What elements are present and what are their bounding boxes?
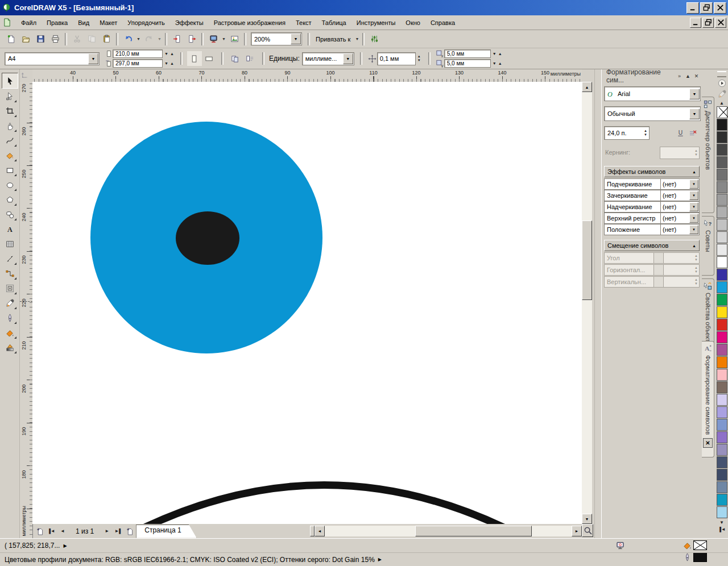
font-style-combo[interactable]: Обычный ▼ — [604, 106, 701, 121]
last-page-button[interactable]: ►▌ — [113, 526, 123, 536]
paper-width-field[interactable]: 210,0 мм — [113, 49, 163, 58]
color-swatch[interactable] — [717, 469, 727, 481]
rectangle-tool[interactable] — [2, 163, 18, 177]
effects-section-header[interactable]: Эффекты символов ▲ — [604, 166, 700, 177]
docker-tab[interactable]: ? Советы — [702, 216, 714, 276]
chevron-down-icon[interactable]: ▼ — [689, 202, 698, 211]
nudge-spinner[interactable]: ▲▼ — [416, 55, 423, 63]
underline-button[interactable]: U — [675, 127, 686, 139]
color-swatch[interactable] — [717, 344, 727, 356]
menu-item[interactable]: Файл — [16, 17, 42, 28]
color-swatch[interactable] — [717, 206, 727, 218]
duplicate-x-spinner[interactable]: ▼▲ — [491, 52, 504, 56]
application-launcher-button[interactable] — [206, 32, 221, 47]
new-document-button[interactable] — [3, 32, 18, 47]
restore-button[interactable] — [700, 2, 713, 14]
paper-width-spinner[interactable]: ▼▲ — [163, 52, 176, 56]
palette-expand-button[interactable]: ▐◄ — [718, 527, 726, 532]
effect-value-combo[interactable]: (нет) ▼ — [661, 224, 700, 235]
expand-triangle-icon[interactable]: ▶ — [63, 543, 67, 548]
paste-button[interactable] — [99, 32, 114, 47]
fill-none-swatch[interactable] — [693, 540, 707, 550]
scroll-up-button[interactable]: ▲ — [582, 82, 592, 92]
color-swatch[interactable] — [717, 306, 727, 318]
menu-item[interactable]: Растровые изображения — [209, 17, 291, 28]
menu-item[interactable]: Вид — [73, 17, 94, 28]
color-swatch[interactable] — [717, 106, 727, 118]
shift-section-header[interactable]: Смещение символов ▲ — [604, 240, 700, 251]
scroll-down-button[interactable]: ▼ — [582, 514, 592, 524]
font-size-field[interactable]: 24,0 п. ▲▼ — [604, 126, 650, 140]
freehand-tool[interactable] — [2, 133, 18, 148]
color-swatch[interactable] — [717, 119, 727, 131]
color-swatch[interactable] — [717, 406, 727, 418]
effect-value-combo[interactable]: (нет) ▼ — [661, 190, 700, 201]
vertical-scroll-thumb[interactable] — [582, 220, 592, 300]
current-page-button[interactable] — [243, 51, 258, 66]
menu-item[interactable]: Справка — [425, 17, 460, 28]
docker-tab-close-button[interactable]: ✕ — [703, 438, 713, 448]
color-swatch[interactable] — [717, 319, 727, 331]
chevron-down-icon[interactable]: ▼ — [689, 191, 698, 200]
nudge-offset-field[interactable]: 0,1 мм — [377, 52, 416, 65]
expand-triangle-icon[interactable]: ▶ — [378, 557, 382, 562]
menu-item[interactable]: Таблица — [317, 17, 351, 28]
first-page-button[interactable]: ▐◄ — [46, 526, 56, 536]
color-swatch[interactable] — [717, 381, 727, 393]
undo-dropdown[interactable]: ▼ — [135, 33, 142, 45]
palette-flyout-button[interactable] — [717, 78, 727, 88]
black-ellipse-shape[interactable] — [176, 211, 239, 265]
duplicate-x-field[interactable]: 5,0 мм — [444, 49, 491, 58]
menu-item[interactable]: Текст — [291, 17, 317, 28]
doc-restore-button[interactable] — [702, 18, 714, 28]
basic-shapes-tool[interactable] — [2, 207, 18, 222]
color-swatch[interactable] — [717, 269, 727, 281]
chevron-down-icon[interactable]: ▼ — [689, 225, 698, 234]
color-swatch[interactable] — [717, 281, 727, 293]
docker-tab[interactable]: Диспетчер объектов — [702, 97, 714, 213]
interactive-fill-tool[interactable] — [2, 340, 18, 355]
document-navigator-button[interactable] — [582, 524, 593, 537]
next-page-button[interactable]: ► — [102, 526, 112, 536]
units-combo[interactable]: миллиме... ▼ — [302, 52, 354, 65]
palette-drag-handle[interactable] — [717, 71, 726, 77]
ruler-origin[interactable] — [20, 69, 33, 82]
welcome-screen-button[interactable] — [227, 32, 242, 47]
chevron-down-icon[interactable]: ▼ — [689, 180, 698, 189]
snap-to-dropdown[interactable]: ▼ — [354, 33, 360, 45]
docker-tab[interactable]: A Форматирование символов ✕ — [702, 341, 714, 457]
scroll-left-button[interactable]: ◄ — [315, 526, 325, 536]
all-pages-button[interactable] — [228, 51, 243, 66]
contour-tool[interactable] — [2, 281, 18, 296]
dimension-tool[interactable] — [2, 251, 18, 266]
connector-tool[interactable] — [2, 266, 18, 281]
effect-value-combo[interactable]: (нет) ▼ — [661, 201, 700, 213]
palette-scroll-up[interactable]: ▲ — [719, 101, 724, 106]
save-button[interactable] — [33, 32, 48, 47]
color-swatch[interactable] — [717, 456, 727, 468]
color-swatch[interactable] — [717, 131, 727, 143]
crop-tool[interactable] — [2, 103, 18, 118]
paper-preset-combo[interactable]: A4 ▼ — [5, 52, 100, 65]
export-button[interactable] — [184, 32, 199, 47]
color-swatch[interactable] — [717, 444, 727, 456]
options-button[interactable] — [367, 32, 382, 47]
color-swatch[interactable] — [717, 256, 727, 268]
zoom-level-combo[interactable]: 200% ▼ — [251, 32, 302, 45]
open-button[interactable] — [18, 32, 33, 47]
scrollbar-splitter-handle[interactable] — [310, 526, 315, 536]
color-swatch[interactable] — [717, 481, 727, 493]
color-swatch[interactable] — [717, 394, 727, 406]
snap-to-button[interactable]: Привязать к — [312, 34, 354, 45]
strikethrough-button[interactable] — [687, 127, 698, 139]
color-swatch[interactable] — [717, 169, 727, 181]
smart-fill-tool[interactable] — [2, 148, 18, 163]
doc-close-button[interactable] — [715, 18, 726, 28]
color-swatch[interactable] — [717, 194, 727, 206]
text-tool[interactable]: A — [2, 222, 18, 236]
polygon-tool[interactable] — [2, 192, 18, 207]
undo-button[interactable] — [121, 32, 135, 47]
menu-item[interactable]: Макет — [94, 17, 122, 28]
eyedropper-tool[interactable] — [2, 296, 18, 310]
zoom-pan-tool[interactable] — [2, 118, 18, 133]
